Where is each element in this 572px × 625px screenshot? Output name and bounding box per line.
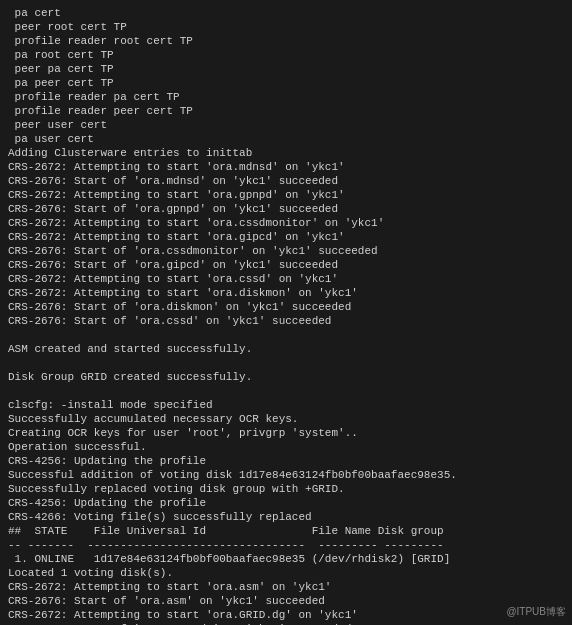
- terminal-line: CRS-2672: Attempting to start 'ora.cssd'…: [8, 273, 338, 285]
- terminal-line: CRS-2672: Attempting to start 'ora.cssdm…: [8, 217, 384, 229]
- terminal-line: CRS-2676: Start of 'ora.gpnpd' on 'ykc1'…: [8, 203, 338, 215]
- terminal-line: peer root cert TP: [8, 21, 127, 33]
- terminal-line: CRS-2676: Start of 'ora.cssdmonitor' on …: [8, 245, 378, 257]
- watermark: @ITPUB博客: [506, 605, 566, 619]
- terminal-line: CRS-2672: Attempting to start 'ora.gpnpd…: [8, 189, 345, 201]
- terminal-line: CRS-2676: Start of 'ora.cssd' on 'ykc1' …: [8, 315, 331, 327]
- terminal-line: -- ------- -----------------------------…: [8, 539, 444, 551]
- terminal-line: pa user cert: [8, 133, 94, 145]
- terminal-line: CRS-2672: Attempting to start 'ora.gipcd…: [8, 231, 345, 243]
- terminal-line: Disk Group GRID created successfully.: [8, 371, 252, 383]
- terminal-line: CRS-4256: Updating the profile: [8, 497, 206, 509]
- terminal-line: pa root cert TP: [8, 49, 114, 61]
- terminal-line: CRS-2672: Attempting to start 'ora.asm' …: [8, 581, 331, 593]
- terminal-line: CRS-2676: Start of 'ora.asm' on 'ykc1' s…: [8, 595, 325, 607]
- terminal-line: CRS-2672: Attempting to start 'ora.mdnsd…: [8, 161, 345, 173]
- terminal-line: profile reader peer cert TP: [8, 105, 193, 117]
- terminal-line: pa peer cert TP: [8, 77, 114, 89]
- terminal-line: profile reader pa cert TP: [8, 91, 180, 103]
- terminal-line: CRS-2676: Start of 'ora.gipcd' on 'ykc1'…: [8, 259, 338, 271]
- terminal-line: CRS-4256: Updating the profile: [8, 455, 206, 467]
- terminal-line: Creating OCR keys for user 'root', privg…: [8, 427, 358, 439]
- terminal-line: peer pa cert TP: [8, 63, 114, 75]
- terminal-window: pa cert peer root cert TP profile reader…: [0, 0, 572, 625]
- terminal-line: 1. ONLINE 1d17e84e63124fb0bf00baafaec98e…: [8, 553, 450, 565]
- terminal-line: ## STATE File Universal Id File Name Dis…: [8, 525, 444, 537]
- terminal-line: pa cert: [8, 7, 61, 19]
- terminal-line: Successfully accumulated necessary OCR k…: [8, 413, 298, 425]
- terminal-line: CRS-4266: Voting file(s) successfully re…: [8, 511, 312, 523]
- terminal-line: ASM created and started successfully.: [8, 343, 252, 355]
- terminal-line: Operation successful.: [8, 441, 147, 453]
- terminal-line: Successfully replaced voting disk group …: [8, 483, 345, 495]
- terminal-line: Successful addition of voting disk 1d17e…: [8, 469, 457, 481]
- terminal-line: CRS-2676: Start of 'ora.diskmon' on 'ykc…: [8, 301, 351, 313]
- terminal-line: Adding Clusterware entries to inittab: [8, 147, 252, 159]
- terminal-line: CRS-2676: Start of 'ora.mdnsd' on 'ykc1'…: [8, 175, 338, 187]
- terminal-line: clscfg: -install mode specified: [8, 399, 213, 411]
- terminal-line: CRS-2672: Attempting to start 'ora.GRID.…: [8, 609, 358, 621]
- terminal-line: Located 1 voting disk(s).: [8, 567, 173, 579]
- terminal-line: CRS-2672: Attempting to start 'ora.diskm…: [8, 287, 358, 299]
- terminal-line: profile reader root cert TP: [8, 35, 193, 47]
- terminal-line: peer user cert: [8, 119, 107, 131]
